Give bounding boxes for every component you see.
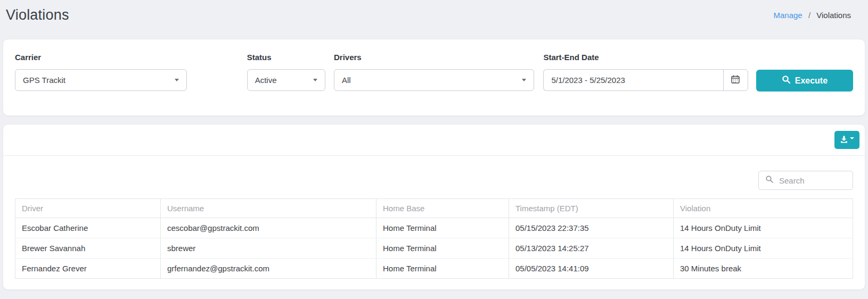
date-range-label: Start-End Date bbox=[543, 53, 748, 62]
cell-homebase: Home Terminal bbox=[376, 259, 509, 279]
search-row bbox=[15, 171, 853, 190]
cell-homebase: Home Terminal bbox=[376, 238, 509, 259]
table-header-row: Driver Username Home Base Timestamp (EDT… bbox=[15, 199, 853, 218]
search-input[interactable] bbox=[779, 176, 847, 185]
column-header-username[interactable]: Username bbox=[161, 199, 376, 218]
execute-button[interactable]: Execute bbox=[756, 70, 853, 92]
breadcrumb-separator: / bbox=[808, 11, 810, 20]
status-label: Status bbox=[247, 53, 325, 62]
drivers-select[interactable]: All bbox=[334, 69, 534, 91]
export-button[interactable] bbox=[834, 131, 859, 149]
cell-driver: Fernandez Grever bbox=[15, 259, 161, 279]
table-row[interactable]: Fernandez Grever grfernandez@gpstrackit.… bbox=[15, 259, 853, 279]
results-body: Driver Username Home Base Timestamp (EDT… bbox=[3, 171, 865, 279]
page-header: Violations Manage / Violations bbox=[0, 0, 868, 30]
status-filter: Status Active bbox=[247, 53, 325, 91]
status-select-value: Active bbox=[255, 76, 277, 85]
calendar-button[interactable] bbox=[723, 69, 748, 91]
breadcrumb-current: Violations bbox=[816, 11, 851, 20]
execute-button-label: Execute bbox=[795, 76, 828, 86]
column-header-violation[interactable]: Violation bbox=[674, 199, 853, 218]
violations-table: Driver Username Home Base Timestamp (EDT… bbox=[15, 198, 853, 279]
search-box[interactable] bbox=[758, 171, 853, 190]
breadcrumb: Manage / Violations bbox=[773, 11, 851, 20]
cell-timestamp: 05/05/2023 14:41:09 bbox=[509, 259, 674, 279]
date-range-group bbox=[543, 69, 748, 91]
search-icon bbox=[765, 175, 774, 186]
carrier-select[interactable]: GPS Trackit bbox=[15, 69, 187, 91]
date-range-input[interactable] bbox=[543, 69, 723, 91]
carrier-label: Carrier bbox=[15, 53, 187, 62]
page-title: Violations bbox=[6, 7, 69, 23]
table-row[interactable]: Escobar Catherine cescobar@gpstrackit.co… bbox=[15, 218, 853, 238]
cell-violation: 30 Minutes break bbox=[674, 259, 853, 279]
table-row[interactable]: Brewer Savannah sbrewer Home Terminal 05… bbox=[15, 238, 853, 259]
caret-down-icon bbox=[850, 137, 854, 139]
column-header-timestamp[interactable]: Timestamp (EDT) bbox=[509, 199, 674, 218]
chevron-down-icon bbox=[175, 79, 179, 81]
cell-username: grfernandez@gpstrackit.com bbox=[161, 259, 376, 279]
drivers-select-value: All bbox=[342, 76, 351, 85]
cell-homebase: Home Terminal bbox=[376, 218, 509, 238]
cell-violation: 14 Hours OnDuty Limit bbox=[674, 218, 853, 238]
cell-username: cescobar@gpstrackit.com bbox=[161, 218, 376, 238]
calendar-icon bbox=[731, 74, 740, 86]
status-select[interactable]: Active bbox=[247, 69, 325, 91]
carrier-select-value: GPS Trackit bbox=[23, 76, 65, 85]
cell-timestamp: 05/13/2023 14:25:27 bbox=[509, 238, 674, 259]
cell-driver: Brewer Savannah bbox=[15, 238, 161, 259]
cell-username: sbrewer bbox=[161, 238, 376, 259]
results-toolbar bbox=[3, 124, 865, 156]
breadcrumb-link-manage[interactable]: Manage bbox=[773, 11, 802, 20]
date-range-filter: Start-End Date bbox=[543, 53, 748, 91]
cell-violation: 14 Hours OnDuty Limit bbox=[674, 238, 853, 259]
search-icon bbox=[782, 75, 791, 86]
carrier-filter: Carrier GPS Trackit bbox=[15, 53, 187, 91]
cell-timestamp: 05/15/2023 22:37:35 bbox=[509, 218, 674, 238]
cell-driver: Escobar Catherine bbox=[15, 218, 161, 238]
column-header-homebase[interactable]: Home Base bbox=[376, 199, 509, 218]
download-icon bbox=[840, 135, 848, 145]
drivers-filter: Drivers All bbox=[334, 53, 534, 91]
chevron-down-icon bbox=[313, 79, 317, 81]
column-header-driver[interactable]: Driver bbox=[15, 199, 161, 218]
drivers-label: Drivers bbox=[334, 53, 534, 62]
filter-panel: Carrier GPS Trackit Status Active Driver… bbox=[3, 39, 865, 116]
results-panel: Driver Username Home Base Timestamp (EDT… bbox=[3, 124, 865, 290]
chevron-down-icon bbox=[522, 79, 526, 81]
violations-page: Violations Manage / Violations Carrier G… bbox=[0, 0, 868, 299]
